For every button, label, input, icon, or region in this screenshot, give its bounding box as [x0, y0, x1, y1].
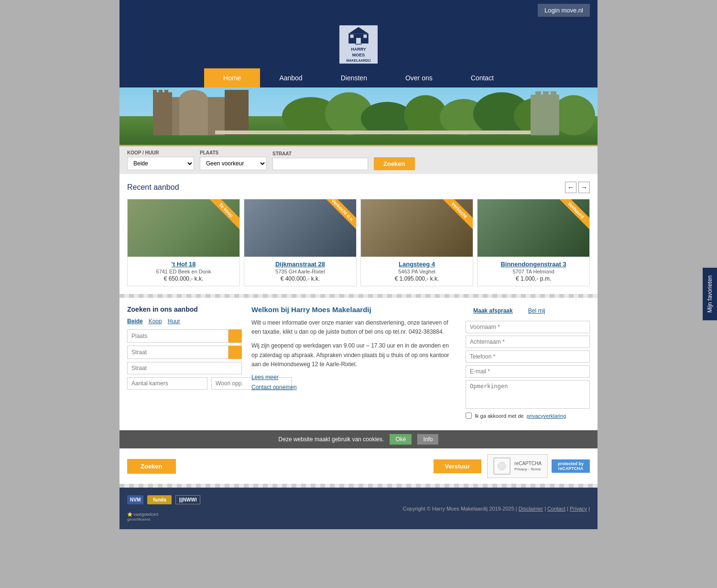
- tab-koop[interactable]: Koop: [149, 318, 162, 325]
- voornaam-field[interactable]: [466, 321, 590, 333]
- sidebar-favorites[interactable]: Mijn favorieten: [703, 268, 717, 320]
- recaptcha-area: reCAPTCHAPrivacy - Terms protected by re…: [487, 454, 590, 478]
- recaptcha-checkbox[interactable]: [493, 457, 511, 475]
- tab-afspraak[interactable]: Maak afspraak: [466, 305, 521, 316]
- listing-img-2: Verkocht o.v.: [244, 199, 356, 257]
- listing-address-2: 5735 GH Aarle-Rixtel: [248, 269, 352, 274]
- tab-bel[interactable]: Bel mij: [521, 305, 553, 316]
- logo-container[interactable]: HARRY HARRYMOESMAKELAARDIJ: [339, 25, 378, 64]
- search-select-koop[interactable]: Beide Koop Huur: [127, 157, 194, 170]
- search-button-top[interactable]: Zoeken: [374, 157, 415, 170]
- nwwi-logo: |||NWWI: [175, 495, 200, 504]
- opmerkingen-field[interactable]: [466, 380, 590, 409]
- search-select-plaats[interactable]: Geen voorkeur: [200, 157, 267, 170]
- cookie-oke-button[interactable]: Oké: [390, 434, 412, 445]
- svg-rect-25: [535, 91, 541, 96]
- svg-rect-3: [350, 34, 354, 38]
- listing-name-4[interactable]: Binnendongenstraat 3: [481, 261, 586, 268]
- contact-column: Maak afspraak Bel mij Ik ga akkoord met …: [466, 305, 590, 423]
- listing-price-4: € 1.000,- p.m.: [481, 275, 586, 282]
- listing-card-2[interactable]: Verkocht o.v. Dijkmanstraat 28 5735 GH A…: [244, 199, 357, 286]
- listing-price-3: € 1.095.000,- k.k.: [365, 275, 469, 282]
- listing-address-1: 5741 ED Beek en Donk: [131, 269, 236, 274]
- nav-diensten[interactable]: Diensten: [322, 68, 386, 87]
- search-straat-btn[interactable]: [228, 346, 242, 359]
- email-field[interactable]: [466, 365, 590, 378]
- prev-arrow[interactable]: ←: [565, 182, 576, 193]
- checkbox-label: Ik ga akkoord met de: [475, 413, 524, 419]
- recaptcha-box: reCAPTCHAPrivacy - Terms: [487, 454, 548, 478]
- footer-privacy[interactable]: Privacy: [570, 506, 587, 512]
- bottom-section: Zoeken in ons aanbod Beide Koop Huur: [120, 298, 598, 430]
- listing-img-3: Verkocht: [361, 199, 473, 257]
- footer: NVM funda |||NWWI ⭐ vastgoedcertgecertif…: [120, 488, 598, 529]
- svg-rect-9: [153, 92, 172, 135]
- svg-rect-28: [215, 131, 531, 134]
- nav-aanbod[interactable]: Aanbod: [260, 68, 321, 87]
- listing-card-3[interactable]: Verkocht Langsteeg 4 5463 PA Veghel € 1.…: [360, 199, 473, 286]
- cookie-bar: Deze website maakt gebruik van cookies. …: [120, 430, 598, 448]
- stripe-divider-1: [120, 294, 598, 298]
- svg-rect-14: [159, 90, 163, 94]
- svg-rect-27: [551, 91, 556, 96]
- bottom-actions: Zoeken Verstuur reCAPTCHAPrivacy - Terms…: [120, 448, 598, 484]
- header: HARRY HARRYMOESMAKELAARDIJ: [120, 21, 598, 68]
- nav-contact[interactable]: Contact: [452, 68, 513, 87]
- lees-meer-link[interactable]: Lees meer: [251, 374, 456, 381]
- welcome-title: Welkom bij Harry Moes Makelaardij: [251, 305, 456, 314]
- search-kamers-input[interactable]: [127, 377, 207, 390]
- checkbox-row: Ik ga akkoord met de privacyverklaring: [466, 413, 590, 419]
- recaptcha-label: reCAPTCHAPrivacy - Terms: [514, 461, 542, 471]
- contact-link[interactable]: Contact opnemen: [251, 384, 297, 391]
- cookie-info-button[interactable]: Info: [417, 434, 438, 445]
- listing-price-2: € 400.000,- k.k.: [248, 275, 352, 282]
- verstuur-button[interactable]: Verstuur: [434, 459, 482, 473]
- next-arrow[interactable]: →: [578, 182, 590, 193]
- main-nav: Home Aanbod Diensten Over ons Contact: [120, 68, 598, 87]
- search-group-straat: STRAAT: [272, 151, 368, 170]
- footer-logos: NVM funda |||NWWI ⭐ vastgoedcertgecertif…: [127, 495, 200, 522]
- logo-box: HARRY HARRYMOESMAKELAARDIJ: [339, 25, 378, 64]
- search-tabs: Beide Koop Huur: [127, 318, 242, 325]
- listing-name-2[interactable]: Dijkmanstraat 28: [248, 261, 352, 268]
- search-plaats-btn[interactable]: [228, 329, 242, 343]
- listing-name-1[interactable]: 't Hof 18: [131, 261, 236, 268]
- listing-name-3[interactable]: Langsteeg 4: [365, 261, 469, 268]
- sidebar-favorites-label: Mijn favorieten: [706, 275, 713, 313]
- svg-rect-10: [225, 90, 249, 135]
- top-bar: Login move.nl: [120, 0, 598, 21]
- footer-copyright: Copyright © Harry Moes Makelaardij 2019-…: [403, 506, 517, 512]
- search-straat-input[interactable]: [127, 346, 228, 359]
- achternaam-field[interactable]: [466, 336, 590, 348]
- search-plaats-input[interactable]: [127, 329, 228, 343]
- login-button[interactable]: Login move.nl: [538, 4, 590, 17]
- footer-copyright-area: Copyright © Harry Moes Makelaardij 2019-…: [403, 506, 590, 512]
- privacy-link[interactable]: privacyverklaring: [527, 413, 566, 419]
- svg-rect-13: [153, 90, 157, 94]
- telefoon-field[interactable]: [466, 350, 590, 363]
- welcome-text1: Wilt u meer informatie over onze manier …: [251, 318, 456, 337]
- footer-disclaimer[interactable]: Disclaimer: [519, 506, 543, 512]
- nav-home[interactable]: Home: [204, 68, 260, 87]
- recent-title: Recent aanbod: [127, 183, 179, 192]
- search-bar: KOOP / HUUR Beide Koop Huur PLAATS Geen …: [120, 145, 598, 174]
- footer-contact[interactable]: Contact: [547, 506, 565, 512]
- svg-rect-15: [164, 90, 168, 94]
- listing-card-4[interactable]: Verhuurd Binnendongenstraat 3 5707 TA He…: [477, 199, 590, 286]
- search-label-plaats: PLAATS: [200, 150, 267, 155]
- tab-beide[interactable]: Beide: [127, 318, 143, 325]
- nav-arrows: ← →: [565, 182, 590, 193]
- listing-badge-3: Verkocht: [440, 199, 473, 230]
- logo-icon: HARRY: [342, 25, 375, 47]
- stripe-divider-2: [120, 484, 598, 488]
- zoeken-main-button[interactable]: Zoeken: [127, 459, 176, 474]
- svg-rect-24: [531, 95, 559, 135]
- search-straat2-input[interactable]: [127, 362, 242, 374]
- hero-image: [120, 87, 598, 145]
- nav-over-ons[interactable]: Over ons: [386, 68, 452, 87]
- search-input-straat[interactable]: [272, 158, 368, 170]
- tab-huur[interactable]: Huur: [168, 318, 180, 325]
- search-group-plaats: PLAATS Geen voorkeur: [200, 150, 267, 170]
- privacy-checkbox[interactable]: [466, 413, 472, 419]
- listing-card-1[interactable]: Te koop 't Hof 18 5741 ED Beek en Donk €…: [127, 199, 240, 286]
